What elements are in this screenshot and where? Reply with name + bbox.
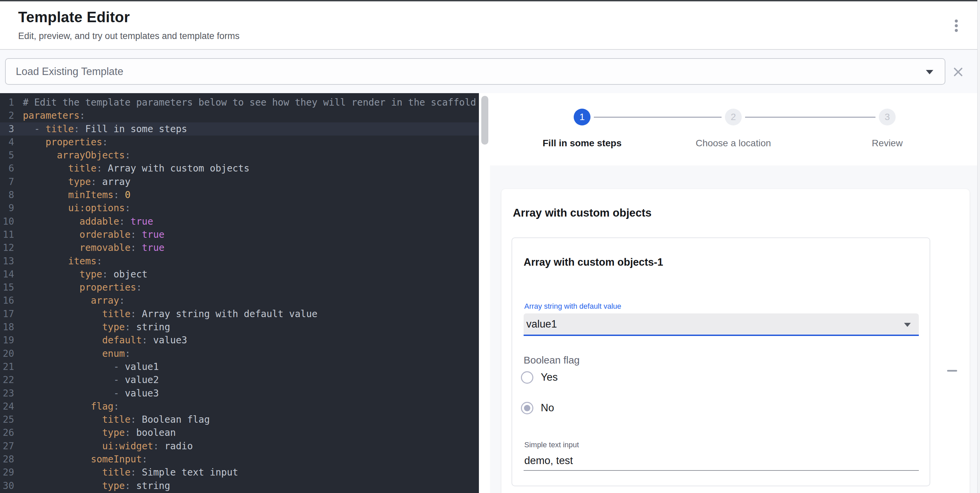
kebab-menu-icon (955, 29, 958, 32)
code-line-26: 26 type: boolean (0, 426, 479, 439)
line-number: 6 (0, 162, 14, 175)
line-number: 15 (0, 281, 14, 294)
form-section-title: Array with custom objects (513, 206, 652, 219)
line-number: 27 (0, 440, 14, 453)
code-line-13: 13 items: (0, 255, 479, 268)
code-line-1: 1# Edit the template parameters below to… (0, 96, 479, 109)
radio-option-label: No (541, 402, 554, 414)
line-number: 2 (0, 109, 14, 122)
code-line-27: 27 ui:widget: radio (0, 440, 479, 453)
chevron-down-icon (926, 70, 933, 74)
code-line-18: 18 type: string (0, 321, 479, 333)
radio-option-yes[interactable]: Yes (521, 370, 558, 384)
array-item-title: Array with custom objects-1 (523, 256, 663, 268)
code-line-24: 24 flag: (0, 400, 479, 413)
line-number: 19 (0, 333, 14, 347)
line-number: 3 (0, 123, 14, 136)
line-number: 17 (0, 307, 14, 321)
line-number: 22 (0, 373, 14, 386)
line-number: 12 (0, 241, 14, 254)
line-number: 24 (0, 400, 14, 413)
radio-option-label: Yes (541, 371, 558, 383)
line-number: 18 (0, 321, 14, 333)
simple-text-input-label: Simple text input (524, 440, 579, 449)
code-line-25: 25 title: Boolean flag (0, 413, 479, 426)
array-string-select-value: value1 (526, 318, 557, 330)
load-existing-template-select[interactable]: Load Existing Template (5, 58, 945, 85)
simple-text-input-field[interactable]: demo, test (524, 455, 573, 467)
code-line-8: 8 minItems: 0 (0, 188, 479, 201)
line-number: 21 (0, 360, 14, 373)
line-number: 9 (0, 201, 14, 215)
stepper-connector (745, 117, 875, 118)
line-number: 8 (0, 188, 14, 201)
code-line-22: 22 - value2 (0, 373, 479, 386)
code-line-15: 15 properties: (0, 281, 479, 294)
line-number: 20 (0, 347, 14, 360)
editor-scrollbar-thumb[interactable] (481, 96, 488, 145)
code-line-20: 20 enum: (0, 347, 479, 360)
array-string-select[interactable]: value1 (523, 313, 919, 336)
code-line-16: 16 array: (0, 294, 479, 307)
minus-icon (947, 370, 957, 372)
line-number: 29 (0, 466, 14, 479)
step-circle-1: 1 (574, 108, 590, 125)
more-options-button[interactable] (948, 16, 964, 36)
step-label-3: Review (820, 138, 955, 148)
code-line-30: 30 type: string (0, 479, 479, 492)
page-subtitle: Edit, preview, and try out templates and… (18, 31, 240, 41)
form-step-card: Array with custom objects Array with cus… (501, 189, 970, 493)
kebab-menu-icon (955, 19, 958, 22)
page-title: Template Editor (18, 9, 130, 26)
line-number: 26 (0, 426, 14, 439)
code-line-19: 19 default: value3 (0, 333, 479, 347)
step-label-1: Fill in some steps (515, 138, 649, 148)
code-line-23: 23 - value3 (0, 387, 479, 400)
code-line-7: 7 type: array (0, 175, 479, 188)
line-number: 13 (0, 255, 14, 268)
code-line-6: 6 title: Array with custom objects (0, 162, 479, 175)
window-top-edge (0, 0, 980, 2)
array-string-select-label: Array string with default value (524, 302, 621, 311)
line-number: 5 (0, 148, 14, 162)
code-line-12: 12 removable: true (0, 241, 479, 254)
line-number: 23 (0, 387, 14, 400)
line-number: 4 (0, 136, 14, 148)
code-line-4: 4 properties: (0, 136, 479, 148)
code-line-21: 21 - value1 (0, 360, 479, 373)
line-number: 11 (0, 228, 14, 241)
code-line-3: 3 - title: Fill in some steps (0, 123, 479, 136)
code-line-10: 10 addable: true (0, 215, 479, 228)
editor-scrollbar-track[interactable] (479, 93, 490, 493)
step-circle-2: 2 (725, 108, 742, 125)
radio-unchecked-icon[interactable] (521, 371, 533, 384)
step-circle-3: 3 (879, 108, 896, 125)
radio-checked-icon[interactable] (521, 402, 533, 414)
clear-selection-button[interactable] (950, 64, 966, 80)
code-line-2: 2parameters: (0, 109, 479, 122)
line-number: 16 (0, 294, 14, 307)
radio-option-no[interactable]: No (521, 401, 558, 415)
line-number: 30 (0, 479, 14, 492)
line-number: 7 (0, 175, 14, 188)
boolean-flag-label: Boolean flag (523, 354, 580, 366)
remove-item-button[interactable] (943, 362, 961, 379)
code-line-29: 29 title: Simple text input (0, 466, 479, 479)
code-line-17: 17 title: Array string with default valu… (0, 307, 479, 321)
line-number: 1 (0, 96, 14, 109)
code-line-14: 14 type: object (0, 268, 479, 281)
wizard-stepper: 1Fill in some steps2Choose a location3Re… (490, 93, 977, 166)
dropdown-arrow-icon (904, 323, 911, 327)
line-number: 25 (0, 413, 14, 426)
stepper-connector (594, 117, 722, 118)
form-preview-panel: Array with custom objects Array with cus… (490, 166, 977, 493)
yaml-code-editor[interactable]: 1# Edit the template parameters below to… (0, 93, 479, 493)
array-item-card: Array with custom objects-1 Array string… (512, 238, 930, 486)
kebab-menu-icon (955, 24, 958, 27)
step-label-2: Choose a location (666, 138, 800, 148)
page-scrollbar[interactable] (977, 0, 980, 493)
code-line-5: 5 arrayObjects: (0, 148, 479, 162)
line-number: 10 (0, 215, 14, 228)
boolean-flag-radio-group: YesNo (521, 370, 558, 432)
code-line-11: 11 orderable: true (0, 228, 479, 241)
